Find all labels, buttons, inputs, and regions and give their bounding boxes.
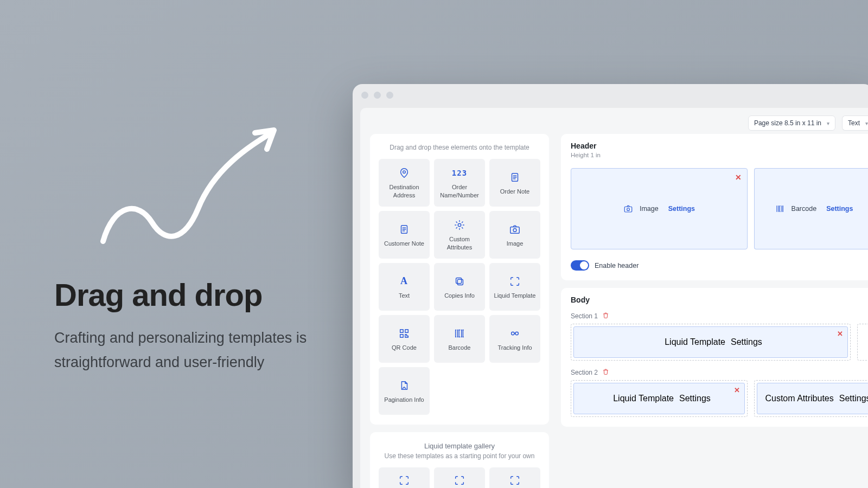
svg-point-5	[513, 228, 516, 232]
app-surface: Page size 8.5 in x 11 in ▾ Text ▾ Drag a…	[360, 108, 868, 488]
elements-hint: Drag and drop these elements onto the te…	[379, 144, 540, 151]
trash-icon[interactable]	[602, 312, 609, 320]
block-label: Image	[640, 205, 659, 213]
element-tile-label: Tracking Info	[497, 344, 532, 352]
camera-icon	[623, 204, 633, 214]
element-tile-copies-info[interactable]: Copies Info	[434, 263, 485, 311]
element-tile-customer-note[interactable]: Customer Note	[379, 211, 430, 259]
chevron-down-icon: ▾	[865, 120, 868, 126]
close-icon[interactable]: ✕	[735, 173, 742, 182]
body-block-liquid[interactable]: ✕ Liquid Template Settings	[573, 326, 848, 358]
promo-copy: Drag and drop Crafting and personalizing…	[54, 277, 336, 374]
section-label: Section 2	[571, 369, 598, 376]
element-tile-order-note[interactable]: Order Note	[489, 159, 540, 207]
block-settings-link[interactable]: Settings	[668, 205, 695, 213]
arrow-illustration	[92, 117, 288, 258]
svg-rect-8	[400, 329, 404, 332]
block-settings-link[interactable]: Settings	[731, 337, 762, 347]
element-tile-label: Order Note	[500, 188, 529, 196]
promo-title: Drag and drop	[54, 277, 336, 313]
element-tile-custom-attributes[interactable]: Custom Attributes	[434, 211, 485, 259]
element-tile-image[interactable]: Image	[489, 211, 540, 259]
note-icon	[398, 223, 410, 235]
block-label: Barcode	[792, 205, 817, 213]
sun-icon	[454, 219, 465, 231]
trash-icon[interactable]	[602, 368, 609, 377]
svg-point-14	[627, 208, 630, 211]
elements-sidebar: Drag and drop these elements onto the te…	[370, 134, 549, 488]
gallery-title: Liquid template gallery	[379, 442, 540, 450]
section-1-dropzone[interactable]: ✕ Liquid Template Settings	[571, 324, 851, 361]
canvas-column: Header Height 1 in ✕ Image Settings Barc…	[561, 134, 868, 488]
element-tile-liquid-template[interactable]: Liquid Template	[489, 263, 540, 311]
body-block-custom-attributes[interactable]: Custom Attributes Settings	[757, 383, 868, 414]
gallery-item[interactable]	[489, 467, 540, 488]
enable-header-label: Enable header	[595, 262, 639, 269]
gallery-hint: Use these templates as a starting point …	[379, 452, 540, 460]
liquid-icon	[454, 474, 465, 486]
app-window: Page size 8.5 in x 11 in ▾ Text ▾ Drag a…	[353, 84, 868, 488]
body-block-liquid[interactable]: ✕ Liquid Template Settings	[573, 383, 745, 414]
header-sub: Height 1 in	[571, 152, 868, 158]
block-label: Liquid Template	[665, 337, 725, 347]
element-tile-destination-address[interactable]: Destination Address	[379, 159, 430, 207]
close-icon[interactable]: ✕	[837, 330, 843, 338]
gallery-item[interactable]	[434, 467, 485, 488]
camera-icon	[509, 223, 521, 235]
promo-subtitle: Crafting and personalizing templates is …	[54, 326, 336, 374]
block-label: Custom Attributes	[765, 394, 833, 403]
window-dot	[361, 92, 368, 99]
svg-rect-9	[405, 329, 409, 332]
svg-rect-4	[510, 227, 520, 233]
section-2-dropzone-a[interactable]: ✕ Liquid Template Settings	[571, 380, 748, 417]
section-1-dropzone-empty[interactable]	[857, 324, 868, 361]
window-dot	[374, 92, 381, 99]
window-dot	[386, 92, 393, 99]
element-tile-tracking-info[interactable]: Tracking Info	[489, 315, 540, 363]
svg-rect-7	[456, 278, 462, 283]
body-title: Body	[571, 296, 868, 304]
block-settings-link[interactable]: Settings	[679, 394, 711, 403]
section-2-label-row: Section 2	[571, 368, 868, 377]
svg-point-3	[458, 223, 461, 227]
page-size-dropdown[interactable]: Page size 8.5 in x 11 in ▾	[748, 115, 835, 131]
element-tile-order-name-number[interactable]: 123Order Name/Number	[434, 159, 485, 207]
page-size-label: Page size 8.5 in x 11 in	[754, 119, 821, 127]
element-tile-barcode[interactable]: Barcode	[434, 315, 485, 363]
element-tile-label: Order Name/Number	[437, 183, 482, 200]
element-tile-pagination-info[interactable]: Pagination Info	[379, 367, 430, 415]
svg-rect-6	[457, 279, 463, 285]
section-2-dropzone-b[interactable]: Custom Attributes Settings	[754, 380, 868, 417]
element-tile-qr-code[interactable]: QR Code	[379, 315, 430, 363]
element-tile-label: Image	[507, 240, 524, 248]
block-label: Liquid Template	[613, 394, 674, 403]
svg-rect-13	[624, 207, 632, 212]
liquid-icon	[509, 474, 521, 486]
header-section-panel: Header Height 1 in ✕ Image Settings Barc…	[561, 134, 868, 280]
qr-icon	[398, 328, 410, 339]
section-label: Section 1	[571, 312, 598, 320]
header-block-image[interactable]: ✕ Image Settings	[571, 168, 748, 249]
block-settings-link[interactable]: Settings	[839, 394, 868, 403]
tracking-icon	[509, 328, 521, 339]
gallery-item[interactable]	[379, 467, 430, 488]
element-tile-label: QR Code	[392, 344, 417, 352]
close-icon[interactable]: ✕	[734, 386, 740, 394]
header-block-barcode[interactable]: Barcode Settings	[754, 168, 868, 249]
element-tile-label: Text	[399, 292, 410, 300]
svg-point-0	[403, 171, 406, 174]
element-tile-label: Destination Address	[382, 183, 426, 200]
element-tile-label: Copies Info	[444, 292, 475, 300]
text-dropdown[interactable]: Text ▾	[842, 115, 868, 131]
element-tile-label: Barcode	[449, 344, 471, 352]
barcode-icon	[454, 328, 465, 339]
svg-rect-10	[400, 334, 404, 337]
liquid-icon	[509, 275, 521, 287]
window-titlebar	[353, 84, 868, 106]
enable-header-toggle[interactable]	[571, 260, 589, 271]
element-tile-text[interactable]: AText	[379, 263, 430, 311]
elements-panel: Drag and drop these elements onto the te…	[370, 134, 549, 425]
section-1-label-row: Section 1	[571, 312, 868, 320]
block-settings-link[interactable]: Settings	[826, 205, 853, 213]
liquid-icon	[398, 474, 410, 486]
